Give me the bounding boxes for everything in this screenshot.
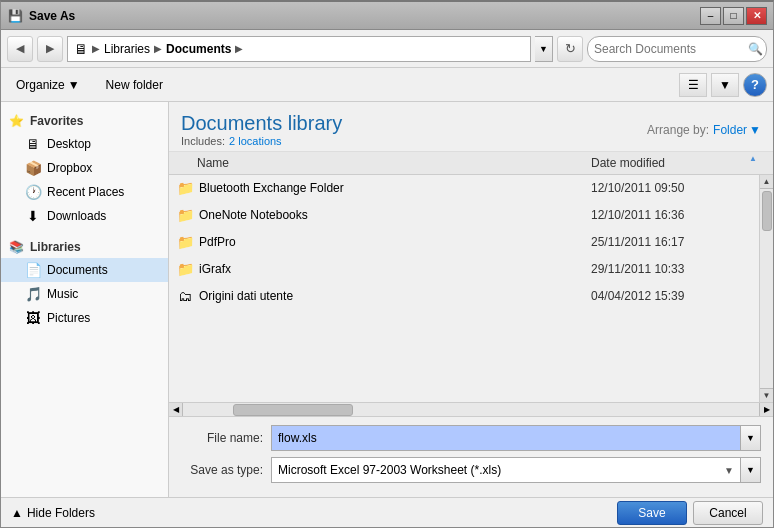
documents-icon: 📄 <box>25 262 41 278</box>
table-row[interactable]: 📁 Bluetooth Exchange Folder 12/10/2011 0… <box>169 175 759 202</box>
savetype-row: Save as type: Microsoft Excel 97-2003 Wo… <box>181 457 761 483</box>
library-includes: Includes: 2 locations <box>181 135 342 147</box>
close-button[interactable]: ✕ <box>746 7 767 25</box>
dropbox-label: Dropbox <box>47 161 92 175</box>
view-button[interactable]: ☰ <box>679 73 707 97</box>
scroll-up-button[interactable]: ▲ <box>760 175 774 189</box>
music-icon: 🎵 <box>25 286 41 302</box>
sidebar-item-pictures[interactable]: 🖼 Pictures <box>1 306 168 330</box>
recent-places-label: Recent Places <box>47 185 124 199</box>
address-dropdown-button[interactable]: ▼ <box>535 36 553 62</box>
minimize-button[interactable]: – <box>700 7 721 25</box>
table-row[interactable]: 📁 iGrafx 29/11/2011 10:33 <box>169 256 759 283</box>
file-list-area: Name ▲ Date modified 📁 Bluetooth Exchang… <box>169 152 773 416</box>
new-folder-label: New folder <box>106 78 163 92</box>
table-row[interactable]: 📁 OneNote Notebooks 12/10/2011 16:36 <box>169 202 759 229</box>
arrange-by-label: Arrange by: <box>647 123 709 137</box>
scroll-thumb[interactable] <box>762 191 772 231</box>
organize-arrow: ▼ <box>68 78 80 92</box>
breadcrumb-documents: Documents <box>166 42 231 56</box>
scroll-thumb-area <box>760 189 773 388</box>
folder-icon: 📁 <box>177 207 193 223</box>
pictures-icon: 🖼 <box>25 310 41 326</box>
documents-label: Documents <box>47 263 108 277</box>
search-box[interactable]: 🔍 <box>587 36 767 62</box>
sidebar-item-recent-places[interactable]: 🕐 Recent Places <box>1 180 168 204</box>
address-path[interactable]: 🖥 ▶ Libraries ▶ Documents ▶ <box>67 36 531 62</box>
cancel-button[interactable]: Cancel <box>693 501 763 525</box>
scroll-down-button[interactable]: ▼ <box>760 388 774 402</box>
sidebar-item-dropbox[interactable]: 📦 Dropbox <box>1 156 168 180</box>
sidebar-item-documents[interactable]: 📄 Documents <box>1 258 168 282</box>
recent-places-icon: 🕐 <box>25 184 41 200</box>
view-icon: ☰ <box>688 78 699 92</box>
library-header: Documents library Includes: 2 locations … <box>169 102 773 152</box>
view-arrow-button[interactable]: ▼ <box>711 73 739 97</box>
file-name-text: Origini dati utente <box>199 289 293 303</box>
back-button[interactable]: ◀ <box>7 36 33 62</box>
column-date-header: Date modified <box>591 156 751 170</box>
music-label: Music <box>47 287 78 301</box>
file-name-cell: 📁 OneNote Notebooks <box>177 207 591 223</box>
sidebar-libraries-header: 📚 Libraries <box>1 236 168 258</box>
savetype-arrow: ▼ <box>724 465 734 476</box>
file-name-cell: 📁 Bluetooth Exchange Folder <box>177 180 591 196</box>
toolbar-right: ☰ ▼ ? <box>679 73 767 97</box>
libraries-icon: 📚 <box>9 240 24 254</box>
file-name-text: iGrafx <box>199 262 231 276</box>
window-controls: – □ ✕ <box>700 7 767 25</box>
filename-dropdown-button[interactable]: ▼ <box>741 425 761 451</box>
save-button[interactable]: Save <box>617 501 687 525</box>
sort-arrow: ▲ <box>749 154 757 163</box>
table-row[interactable]: 🗂 Origini dati utente 04/04/2012 15:39 <box>169 283 759 310</box>
forward-button[interactable]: ▶ <box>37 36 63 62</box>
savetype-dropdown-button[interactable]: ▼ <box>741 457 761 483</box>
hide-folders-icon: ▲ <box>11 506 23 520</box>
file-name-text: OneNote Notebooks <box>199 208 308 222</box>
status-bar: ▲ Hide Folders Save Cancel <box>1 497 773 527</box>
sidebar-favorites-header: ⭐ Favorites <box>1 110 168 132</box>
sidebar-item-downloads[interactable]: ⬇ Downloads <box>1 204 168 228</box>
search-input[interactable] <box>594 42 744 56</box>
column-name-header: Name <box>177 156 591 170</box>
sidebar-item-music[interactable]: 🎵 Music <box>1 282 168 306</box>
savetype-dropdown[interactable]: Microsoft Excel 97-2003 Worksheet (*.xls… <box>271 457 741 483</box>
sidebar: ⭐ Favorites 🖥 Desktop 📦 Dropbox 🕐 Recent… <box>1 102 169 497</box>
libraries-label: Libraries <box>30 240 81 254</box>
locations-link[interactable]: 2 locations <box>229 135 282 147</box>
includes-text: Includes: <box>181 135 225 147</box>
desktop-label: Desktop <box>47 137 91 151</box>
filename-input[interactable] <box>271 425 741 451</box>
hide-folders-button[interactable]: ▲ Hide Folders <box>11 506 95 520</box>
vertical-scrollbar[interactable]: ▲ ▼ <box>759 175 773 402</box>
title-bar-left: 💾 Save As <box>7 8 75 24</box>
title-bar: 💾 Save As – □ ✕ <box>1 2 773 30</box>
downloads-icon: ⬇ <box>25 208 41 224</box>
help-button[interactable]: ? <box>743 73 767 97</box>
horizontal-scrollbar[interactable]: ◀ ▶ <box>169 402 773 416</box>
file-date-cell: 04/04/2012 15:39 <box>591 289 751 303</box>
folder-icon: 📁 <box>177 261 193 277</box>
help-icon: ? <box>751 77 759 92</box>
table-row[interactable]: 📁 PdfPro 25/11/2011 16:17 <box>169 229 759 256</box>
folder-icon-special: 🗂 <box>177 288 193 304</box>
file-name-text: PdfPro <box>199 235 236 249</box>
scroll-left-button[interactable]: ◀ <box>169 403 183 417</box>
refresh-button[interactable]: ↻ <box>557 36 583 62</box>
organize-button[interactable]: Organize ▼ <box>7 74 89 96</box>
dropbox-icon: 📦 <box>25 160 41 176</box>
scroll-right-button[interactable]: ▶ <box>759 403 773 417</box>
new-folder-button[interactable]: New folder <box>97 74 172 96</box>
file-date-cell: 25/11/2011 16:17 <box>591 235 751 249</box>
breadcrumb-libraries: Libraries <box>104 42 150 56</box>
file-date-cell: 12/10/2011 09:50 <box>591 181 751 195</box>
horizontal-scroll-thumb[interactable] <box>233 404 353 416</box>
arrange-dropdown-icon: ▼ <box>749 123 761 137</box>
savetype-label: Save as type: <box>181 463 271 477</box>
breadcrumb-icon: 🖥 <box>74 41 88 57</box>
desktop-icon: 🖥 <box>25 136 41 152</box>
sidebar-item-desktop[interactable]: 🖥 Desktop <box>1 132 168 156</box>
right-panel: Documents library Includes: 2 locations … <box>169 102 773 497</box>
maximize-button[interactable]: □ <box>723 7 744 25</box>
arrange-by-button[interactable]: Folder ▼ <box>713 123 761 137</box>
